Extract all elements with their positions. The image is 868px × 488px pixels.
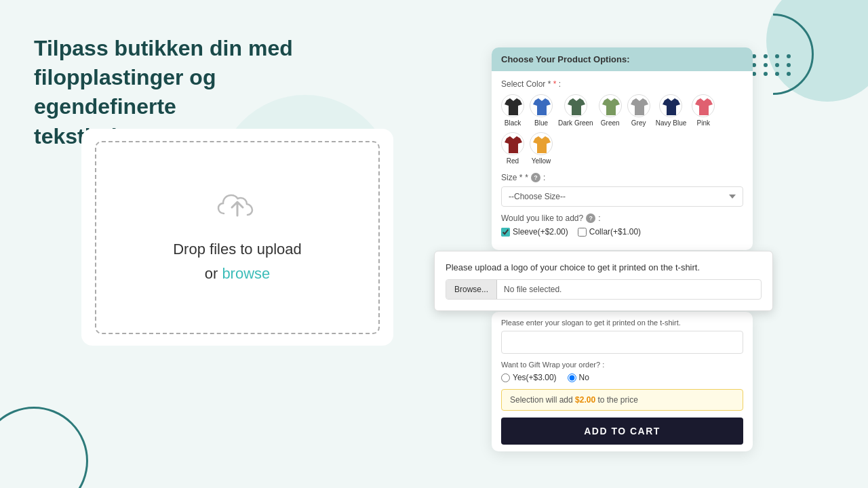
upload-box: Drop files to upload or browse (81, 129, 393, 346)
color-label-red: Red (507, 157, 519, 165)
bg-circle-bottom-left (0, 407, 88, 488)
lower-panel: Please enter your slogan to get it print… (492, 312, 753, 451)
gift-yes-option[interactable]: Yes(+$3.00) (501, 373, 557, 382)
price-notice: Selection will add $2.00 to the price (501, 389, 743, 411)
file-browse-button[interactable]: Browse... (446, 280, 497, 299)
addon-collar-label: Collar(+$1.00) (589, 227, 641, 237)
addon-row: Sleeve(+$2.00) Collar(+$1.00) (501, 227, 743, 237)
file-input-row: Browse... No file selected. (446, 279, 762, 300)
swatch-blue (530, 94, 553, 117)
size-help-icon[interactable]: ? (531, 173, 540, 182)
size-select[interactable]: --Choose Size-- S M L XL XXL (501, 186, 743, 207)
color-darkgreen[interactable]: Dark Green (558, 94, 593, 127)
swatch-yellow (530, 132, 553, 155)
upload-inner[interactable]: Drop files to upload or browse (95, 141, 380, 334)
color-grey[interactable]: Grey (627, 94, 650, 127)
color-pink[interactable]: Pink (692, 94, 715, 127)
dots-grid (752, 54, 793, 76)
add-to-cart-button[interactable]: ADD TO CART (501, 418, 743, 445)
color-section-label: Select Color * * : (501, 79, 743, 89)
addon-sleeve-checkbox[interactable] (501, 228, 510, 237)
panel-body: Select Color * * : Black Blue (492, 71, 753, 250)
color-green[interactable]: Green (599, 94, 622, 127)
swatch-darkgreen (564, 94, 587, 117)
file-upload-prompt: Please upload a logo of your choice to g… (446, 262, 762, 272)
color-black[interactable]: Black (501, 94, 524, 127)
addon-sleeve-label: Sleeve(+$2.00) (513, 227, 568, 237)
swatch-navyblue (659, 94, 682, 117)
swatch-grey (627, 94, 650, 117)
color-label-green: Green (601, 119, 620, 127)
color-blue[interactable]: Blue (530, 94, 553, 127)
color-label-blue: Blue (534, 119, 548, 127)
file-upload-overlay: Please upload a logo of your choice to g… (434, 251, 773, 311)
color-grid: Black Blue Dark Green Gree (501, 94, 743, 165)
upload-or-row: or browse (205, 265, 271, 283)
product-panel: Choose Your Product Options: Select Colo… (492, 47, 753, 250)
color-label-black: Black (505, 119, 521, 127)
size-label: Size * * ? : (501, 173, 743, 182)
color-navyblue[interactable]: Navy Blue (656, 94, 687, 127)
upload-drop-text: Drop files to upload (173, 241, 302, 258)
swatch-pink (692, 94, 715, 117)
swatch-green (599, 94, 622, 117)
color-label-darkgreen: Dark Green (558, 119, 593, 127)
color-label-navyblue: Navy Blue (656, 119, 687, 127)
color-yellow[interactable]: Yellow (530, 132, 553, 165)
slogan-label: Please enter your slogan to get it print… (501, 319, 743, 327)
color-label-yellow: Yellow (532, 157, 551, 165)
file-name-display: No file selected. (497, 280, 761, 299)
slogan-input[interactable] (501, 331, 743, 354)
gift-no-option[interactable]: No (568, 373, 589, 382)
gift-label: Want to Gift Wrap your order? : (501, 361, 743, 369)
color-label-pink: Pink (697, 119, 710, 127)
gift-radio-row: Yes(+$3.00) No (501, 373, 743, 382)
addon-collar[interactable]: Collar(+$1.00) (578, 227, 641, 237)
gift-no-radio[interactable] (568, 373, 576, 382)
addons-help-icon[interactable]: ? (586, 214, 595, 223)
gift-no-label: No (579, 373, 589, 382)
upload-icon (217, 192, 258, 228)
swatch-black (501, 94, 524, 117)
addons-label: Would you like to add? ? : (501, 214, 743, 223)
addon-collar-checkbox[interactable] (578, 228, 587, 237)
addon-sleeve[interactable]: Sleeve(+$2.00) (501, 227, 568, 237)
gift-yes-radio[interactable] (501, 373, 510, 382)
color-label-grey: Grey (631, 119, 646, 127)
swatch-red (501, 132, 524, 155)
browse-link[interactable]: browse (222, 265, 270, 282)
color-red[interactable]: Red (501, 132, 524, 165)
gift-yes-label: Yes(+$3.00) (513, 373, 557, 382)
price-amount: $2.00 (575, 395, 595, 405)
panel-header: Choose Your Product Options: (492, 47, 753, 71)
